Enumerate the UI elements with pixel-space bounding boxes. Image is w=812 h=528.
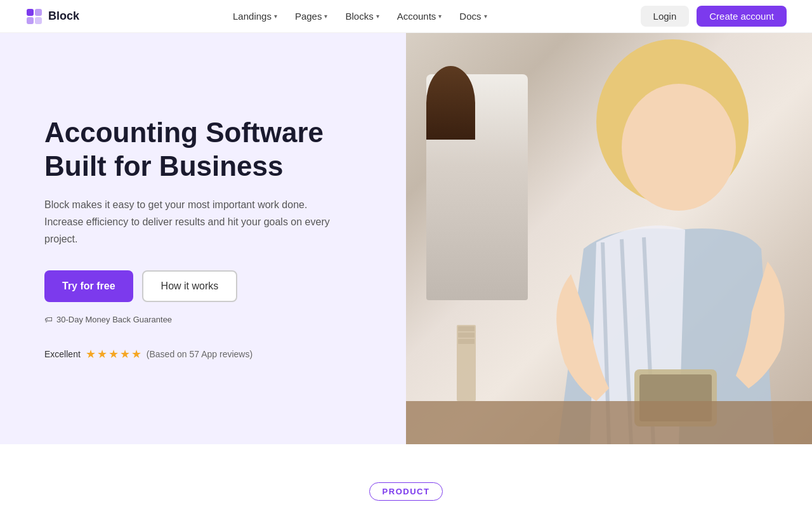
chevron-down-icon: ▾ bbox=[376, 13, 379, 20]
hero-image bbox=[406, 33, 812, 444]
svg-rect-15 bbox=[458, 339, 475, 344]
nav-item-blocks[interactable]: Blocks ▾ bbox=[337, 7, 386, 25]
svg-rect-3 bbox=[35, 17, 42, 24]
star-1: ★ bbox=[86, 347, 96, 361]
svg-rect-14 bbox=[458, 333, 475, 338]
svg-point-5 bbox=[622, 84, 736, 211]
hero-title: Accounting Software Built for Business bbox=[44, 116, 362, 183]
nav-item-accounts[interactable]: Accounts ▾ bbox=[390, 7, 450, 25]
nav-links: Landings ▾ Pages ▾ Blocks ▾ Accounts ▾ D bbox=[225, 7, 495, 25]
nav-link-landings[interactable]: Landings ▾ bbox=[225, 7, 285, 25]
nav-item-docs[interactable]: Docs ▾ bbox=[452, 7, 494, 25]
chevron-down-icon: ▾ bbox=[324, 13, 327, 20]
how-it-works-button[interactable]: How it works bbox=[142, 270, 238, 302]
guarantee-text: 30-Day Money Back Guarantee bbox=[56, 315, 172, 324]
nav-link-blocks[interactable]: Blocks ▾ bbox=[337, 7, 386, 25]
star-3: ★ bbox=[108, 347, 119, 361]
try-for-free-button[interactable]: Try for free bbox=[44, 270, 133, 302]
star-2: ★ bbox=[97, 347, 107, 361]
svg-rect-2 bbox=[27, 17, 34, 24]
svg-rect-11 bbox=[406, 401, 812, 444]
rating-label: Excellent bbox=[44, 349, 81, 359]
guarantee-icon: 🏷 bbox=[44, 315, 53, 324]
navbar: Block Landings ▾ Pages ▾ Blocks ▾ Accoun… bbox=[0, 0, 812, 33]
rating-row: Excellent ★ ★ ★ ★ ★ (Based on 57 App rev… bbox=[44, 347, 362, 361]
logo-text: Block bbox=[48, 10, 79, 23]
nav-item-pages[interactable]: Pages ▾ bbox=[287, 7, 336, 25]
logo[interactable]: Block bbox=[25, 8, 79, 25]
create-account-button[interactable]: Create account bbox=[697, 6, 787, 27]
product-badge: PRODUCT bbox=[369, 482, 443, 501]
hero-section: Accounting Software Built for Business B… bbox=[0, 33, 812, 444]
svg-rect-13 bbox=[458, 326, 475, 331]
chevron-down-icon: ▾ bbox=[438, 13, 442, 20]
nav-link-pages[interactable]: Pages ▾ bbox=[287, 7, 336, 25]
guarantee-badge: 🏷 30-Day Money Back Guarantee bbox=[44, 315, 362, 324]
star-4: ★ bbox=[120, 347, 130, 361]
hero-subtitle: Block makes it easy to get your most imp… bbox=[44, 196, 349, 248]
rating-note: (Based on 57 App reviews) bbox=[147, 349, 252, 359]
chevron-down-icon: ▾ bbox=[274, 13, 277, 20]
svg-rect-0 bbox=[27, 9, 34, 16]
nav-label-blocks: Blocks bbox=[345, 11, 373, 22]
nav-label-docs: Docs bbox=[459, 11, 481, 22]
nav-link-docs[interactable]: Docs ▾ bbox=[452, 7, 494, 25]
hero-buttons: Try for free How it works bbox=[44, 270, 362, 302]
nav-label-pages: Pages bbox=[295, 11, 322, 22]
logo-icon bbox=[25, 8, 43, 25]
nav-link-accounts[interactable]: Accounts ▾ bbox=[390, 7, 450, 25]
login-button[interactable]: Login bbox=[641, 6, 690, 27]
hero-content: Accounting Software Built for Business B… bbox=[0, 33, 406, 444]
nav-label-landings: Landings bbox=[233, 11, 272, 22]
star-rating: ★ ★ ★ ★ ★ bbox=[86, 347, 141, 361]
nav-actions: Login Create account bbox=[641, 6, 787, 27]
nav-item-landings[interactable]: Landings ▾ bbox=[225, 7, 285, 25]
svg-rect-1 bbox=[35, 9, 42, 16]
chevron-down-icon: ▾ bbox=[484, 13, 487, 20]
star-5: ★ bbox=[131, 347, 141, 361]
person-svg bbox=[406, 33, 812, 444]
nav-label-accounts: Accounts bbox=[397, 11, 436, 22]
below-hero-section: PRODUCT bbox=[0, 444, 812, 513]
